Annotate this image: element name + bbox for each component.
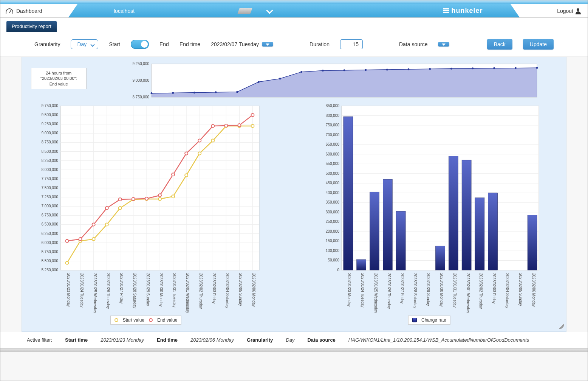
svg-text:2023/02/01 Wednesday: 2023/02/01 Wednesday (186, 273, 190, 313)
svg-text:750,000: 750,000 (326, 123, 340, 127)
svg-text:2023/01/27 Friday: 2023/01/27 Friday (400, 273, 404, 304)
svg-text:2023/01/29 Sunday: 2023/01/29 Sunday (426, 273, 430, 306)
svg-rect-161 (370, 192, 379, 270)
svg-text:5,500,000: 5,500,000 (42, 259, 59, 263)
svg-text:2023/02/03 Friday: 2023/02/03 Friday (212, 273, 216, 304)
bar-legend: Change rate (408, 316, 450, 325)
svg-text:2023/01/25 Wednesday: 2023/01/25 Wednesday (93, 273, 97, 313)
change-rate-bar-chart[interactable]: 050,000100,000150,000200,000250,000300,0… (316, 104, 543, 316)
chart-panel: 24 hours from "2023/02/03 00:00": End va… (22, 57, 566, 332)
svg-text:550,000: 550,000 (326, 162, 340, 166)
foot-end-time-key: End time (157, 337, 178, 343)
svg-text:2023/01/29 Sunday: 2023/01/29 Sunday (146, 273, 150, 306)
svg-point-113 (145, 197, 148, 200)
data-source-dropdown[interactable] (438, 42, 449, 47)
window-top-gradient (0, 0, 588, 4)
svg-text:8,000,000: 8,000,000 (42, 168, 59, 172)
svg-text:2023/01/23 Monday: 2023/01/23 Monday (347, 273, 351, 306)
filter-bar: Granularity Day Start End End time 2023/… (0, 32, 588, 57)
svg-point-118 (211, 124, 214, 128)
line-legend: Start value End value (110, 316, 182, 325)
granularity-select[interactable]: Day (71, 39, 98, 49)
granularity-label: Granularity (34, 41, 60, 47)
resize-grip-icon[interactable] (559, 324, 564, 329)
svg-point-100 (172, 195, 175, 198)
svg-text:2023/02/01 Wednesday: 2023/02/01 Wednesday (466, 273, 470, 313)
svg-point-101 (185, 174, 188, 177)
svg-rect-165 (449, 156, 458, 270)
svg-point-115 (172, 173, 175, 176)
tab-row: Productivity report (0, 18, 588, 32)
svg-text:9,250,000: 9,250,000 (42, 122, 59, 126)
svg-text:2023/01/30 Monday: 2023/01/30 Monday (159, 273, 163, 306)
svg-rect-167 (475, 198, 484, 270)
data-source-label: Data source (399, 41, 427, 47)
svg-point-107 (66, 239, 69, 243)
breadcrumb-dashboard[interactable]: Dashboard (16, 8, 42, 14)
legend-swatch-start-icon (115, 318, 118, 322)
foot-end-time-val: 2023/02/06 Monday (190, 337, 234, 343)
brand-name: hunkeler (451, 7, 483, 15)
svg-rect-163 (396, 211, 405, 270)
svg-text:450,000: 450,000 (326, 181, 340, 185)
svg-text:9,000,000: 9,000,000 (133, 78, 150, 82)
svg-text:800,000: 800,000 (326, 114, 340, 118)
svg-text:2023/01/28 Saturday: 2023/01/28 Saturday (133, 273, 137, 308)
svg-text:9,000,000: 9,000,000 (42, 131, 59, 135)
svg-text:5,750,000: 5,750,000 (42, 250, 59, 254)
svg-point-119 (224, 124, 227, 127)
overview-chart[interactable]: 8,750,0009,000,0009,250,000 (125, 62, 541, 100)
svg-text:2023/01/24 Tuesday: 2023/01/24 Tuesday (361, 273, 365, 308)
tab-productivity-report[interactable]: Productivity report (6, 21, 57, 32)
svg-text:2023/01/26 Thursday: 2023/01/26 Thursday (106, 273, 110, 309)
svg-text:2023/01/25 Wednesday: 2023/01/25 Wednesday (374, 273, 378, 313)
svg-point-20 (493, 67, 495, 69)
svg-point-111 (119, 198, 122, 201)
hostname: localhost (114, 8, 135, 14)
svg-text:150,000: 150,000 (326, 239, 340, 243)
foot-data-source-val: HAG/WIKON1/Line_1/10.200.254.1/WSB_Accum… (348, 337, 529, 343)
svg-text:8,750,000: 8,750,000 (133, 95, 150, 99)
svg-rect-166 (462, 160, 471, 270)
svg-point-95 (105, 223, 108, 226)
legend-swatch-change-icon (412, 318, 417, 322)
status-slash-icon[interactable] (237, 8, 252, 14)
svg-point-103 (211, 139, 214, 142)
svg-point-108 (79, 238, 82, 241)
svg-point-18 (450, 68, 452, 70)
active-filter-bar: Active filter: Start time 2023/01/23 Mon… (0, 332, 588, 348)
svg-text:9,750,000: 9,750,000 (42, 104, 59, 108)
svg-point-22 (536, 67, 538, 69)
svg-text:850,000: 850,000 (326, 104, 340, 108)
start-end-line-chart[interactable]: 5,250,0005,500,0005,750,0006,000,0006,25… (29, 104, 263, 316)
user-icon (576, 8, 581, 14)
svg-point-17 (429, 68, 431, 70)
svg-point-92 (66, 261, 69, 264)
svg-point-114 (158, 194, 161, 197)
svg-text:400,000: 400,000 (326, 191, 340, 195)
update-button[interactable]: Update (523, 39, 554, 50)
svg-text:2023/01/31 Tuesday: 2023/01/31 Tuesday (172, 273, 176, 308)
svg-text:9,500,000: 9,500,000 (42, 113, 59, 117)
legend-swatch-end-icon (149, 318, 153, 322)
back-button[interactable]: Back (487, 39, 512, 50)
duration-input[interactable] (340, 39, 363, 49)
chevron-down-icon[interactable] (266, 7, 274, 15)
start-end-toggle[interactable] (131, 40, 149, 49)
svg-text:2023/02/06 Monday: 2023/02/06 Monday (532, 273, 536, 306)
svg-text:2023/02/02 Thursday: 2023/02/02 Thursday (199, 273, 203, 309)
legend-start-label: Start value (123, 317, 144, 323)
svg-text:2023/02/06 Monday: 2023/02/06 Monday (252, 273, 256, 306)
svg-text:2023/02/04 Saturday: 2023/02/04 Saturday (505, 273, 509, 308)
active-filter-label: Active filter: (27, 337, 52, 343)
svg-text:6,000,000: 6,000,000 (42, 241, 59, 245)
end-time-dropdown[interactable] (262, 42, 273, 47)
svg-text:2023/02/02 Thursday: 2023/02/02 Thursday (479, 273, 483, 309)
svg-rect-160 (357, 260, 366, 270)
svg-point-8 (236, 91, 238, 93)
svg-point-120 (238, 124, 241, 127)
header-center-strip: localhost (68, 4, 444, 17)
logout-button[interactable]: Logout (557, 4, 581, 17)
dashboard-icon (6, 8, 13, 14)
svg-rect-159 (344, 117, 353, 270)
